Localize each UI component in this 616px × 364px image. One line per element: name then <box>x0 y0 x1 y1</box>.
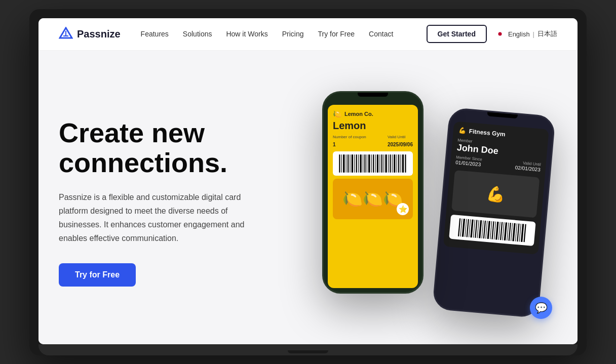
nav-pricing[interactable]: Pricing <box>282 30 304 38</box>
svg-rect-10 <box>350 154 350 173</box>
hero-phones: 🍋 Lemon Co. Lemon Number of coupon 1 <box>302 81 557 324</box>
fitness-gym-name: Fitness Gym <box>469 128 506 138</box>
lang-alt[interactable]: 日本語 <box>537 29 557 38</box>
japan-flag-icon <box>495 30 505 37</box>
svg-rect-49 <box>483 220 486 238</box>
svg-rect-8 <box>346 154 346 173</box>
star-badge: ⭐ <box>397 203 409 215</box>
try-for-free-button[interactable]: Try for Free <box>59 263 136 287</box>
laptop-frame: Passnize Features Solutions How it Works… <box>29 9 587 355</box>
lemon-company: Lemon Co. <box>344 111 373 117</box>
svg-rect-46 <box>477 220 479 238</box>
valid-until: Valid Until 2025/09/06 <box>388 135 413 148</box>
svg-rect-47 <box>479 220 482 238</box>
svg-rect-23 <box>377 154 378 173</box>
lemon-title: Lemon <box>333 120 413 132</box>
nav-try-for-free[interactable]: Try for Free <box>318 30 355 38</box>
svg-rect-18 <box>367 154 367 173</box>
svg-rect-64 <box>515 223 517 241</box>
fitness-emoji-icon: 💪 <box>458 127 466 134</box>
svg-rect-22 <box>375 154 375 173</box>
svg-rect-53 <box>491 221 494 239</box>
svg-rect-60 <box>507 222 509 240</box>
svg-rect-45 <box>475 220 477 238</box>
brand-name: Passnize <box>77 28 121 40</box>
nav-contact[interactable]: Contact <box>369 30 393 38</box>
svg-rect-28 <box>388 154 389 173</box>
svg-rect-15 <box>360 154 361 173</box>
svg-rect-24 <box>379 154 380 173</box>
svg-rect-21 <box>373 154 374 173</box>
fitness-valid-block: Valid Until 02/01/2023 <box>515 160 541 173</box>
fitness-since-block: Member Since 01/01/2023 <box>455 155 482 168</box>
svg-rect-57 <box>500 222 503 240</box>
lang-divider: | <box>533 30 534 38</box>
svg-rect-7 <box>343 154 344 173</box>
hero-title: Create new connections. <box>59 118 302 178</box>
svg-rect-50 <box>485 221 487 239</box>
get-started-button[interactable]: Get Started <box>427 25 487 43</box>
svg-rect-56 <box>498 222 500 240</box>
svg-rect-26 <box>383 154 384 173</box>
language-switcher[interactable]: English | 日本語 <box>495 29 557 38</box>
laptop-notch <box>288 350 328 353</box>
svg-rect-14 <box>358 154 359 173</box>
svg-rect-42 <box>469 219 471 237</box>
lemon-emoji-icon: 🍋 <box>333 110 341 118</box>
nav-solutions[interactable]: Solutions <box>183 30 212 38</box>
svg-rect-6 <box>341 154 342 173</box>
svg-rect-27 <box>385 154 387 173</box>
svg-rect-65 <box>517 223 519 241</box>
phone-notch-1 <box>358 93 388 97</box>
svg-rect-39 <box>462 219 465 237</box>
phone-fitness: 💪 Fitness Gym Member John Doe Member Sin… <box>432 107 556 318</box>
hero-description: Passnize is a flexible and customizable … <box>59 190 251 246</box>
lemon-meta: Number of coupon 1 Valid Until 2025/09/0… <box>333 135 413 148</box>
lemon-image: 🍋🍋🍋 ⭐ <box>333 179 413 219</box>
nav-how-it-works[interactable]: How it Works <box>226 30 267 38</box>
logo-area[interactable]: Passnize <box>59 27 121 41</box>
svg-rect-35 <box>402 154 404 173</box>
svg-rect-54 <box>494 221 496 239</box>
svg-rect-41 <box>467 219 469 237</box>
phone-notch-2 <box>487 112 518 118</box>
laptop-base <box>38 344 578 355</box>
navbar: Passnize Features Solutions How it Works… <box>38 18 578 51</box>
coupon-count: Number of coupon 1 <box>333 135 366 148</box>
nav-actions: Get Started English | 日本語 <box>427 25 558 43</box>
valid-value: 2025/09/06 <box>388 142 413 147</box>
nav-features[interactable]: Features <box>141 30 169 38</box>
laptop-screen: Passnize Features Solutions How it Works… <box>38 18 578 344</box>
svg-rect-52 <box>490 221 492 239</box>
svg-rect-55 <box>495 221 498 239</box>
svg-rect-48 <box>481 220 483 238</box>
svg-rect-19 <box>368 154 370 173</box>
valid-label: Valid Until <box>388 135 413 139</box>
coupon-value: 1 <box>333 142 336 147</box>
fitness-image: 💪 <box>451 170 540 217</box>
lemon-barcode <box>333 151 413 176</box>
lemon-card: 🍋 Lemon Co. Lemon Number of coupon 1 <box>328 105 418 288</box>
svg-rect-63 <box>512 223 515 241</box>
svg-rect-67 <box>521 224 524 242</box>
svg-rect-62 <box>511 223 513 241</box>
svg-rect-66 <box>519 223 521 241</box>
svg-rect-68 <box>523 224 526 242</box>
svg-rect-34 <box>400 154 401 173</box>
svg-rect-59 <box>504 222 507 240</box>
nav-links: Features Solutions How it Works Pricing … <box>141 30 427 38</box>
phone-lemon: 🍋 Lemon Co. Lemon Number of coupon 1 <box>322 91 423 294</box>
svg-rect-38 <box>460 218 462 236</box>
svg-rect-25 <box>381 154 382 173</box>
svg-point-4 <box>498 32 502 36</box>
svg-rect-44 <box>473 219 475 237</box>
chat-bubble-button[interactable]: 💬 <box>530 297 552 319</box>
svg-rect-16 <box>363 154 363 173</box>
svg-rect-20 <box>371 154 372 173</box>
svg-rect-13 <box>356 154 357 173</box>
svg-rect-37 <box>458 218 460 236</box>
svg-rect-32 <box>397 154 397 173</box>
svg-rect-30 <box>392 154 393 173</box>
svg-rect-31 <box>394 154 395 173</box>
fitness-card: 💪 Fitness Gym Member John Doe Member Sin… <box>443 121 549 254</box>
